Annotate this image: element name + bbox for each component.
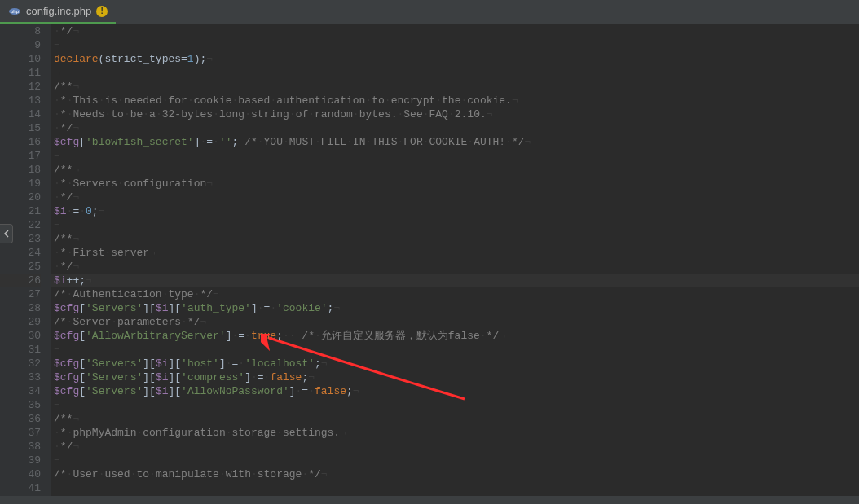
line-number: 33 — [0, 370, 41, 384]
php-file-icon: php — [8, 5, 21, 18]
code-line[interactable]: /*·Authentication·type·*/¬ — [54, 287, 859, 301]
code-line[interactable]: $cfg['Servers'][$i]['compress']·=·false;… — [54, 370, 859, 384]
line-number: 40 — [0, 467, 41, 481]
code-line[interactable]: /*·User·used·to·manipulate·with·storage·… — [54, 467, 859, 481]
line-number: 25 — [0, 260, 41, 274]
code-line[interactable]: ·*/¬ — [54, 24, 859, 38]
code-content[interactable]: ·*/¬¬declare(strict_types=1);¬¬/**¬·*·Th… — [51, 24, 859, 496]
editor[interactable]: 8910111213141516171819202122232425262728… — [0, 24, 859, 496]
line-number: 20 — [0, 191, 41, 204]
code-line[interactable]: /*·Server·parameters·*/¬ — [54, 315, 859, 329]
code-line[interactable]: $i·=·0;¬ — [54, 204, 859, 218]
line-number: 10 — [0, 52, 41, 66]
code-line[interactable]: /**¬ — [54, 80, 859, 94]
code-line[interactable]: ·*/¬ — [54, 121, 859, 135]
line-number: 21 — [0, 204, 41, 218]
code-line[interactable]: $cfg['AllowArbitraryServer']·=·true;·· /… — [54, 329, 859, 343]
line-number: 30 — [0, 329, 41, 343]
code-line[interactable]: ·*·Needs·to·be·a·32-bytes·long·string·of… — [54, 107, 859, 121]
line-number: 41 — [0, 481, 41, 495]
code-line[interactable]: declare(strict_types=1);¬ — [54, 52, 859, 66]
code-line[interactable]: ¬ — [54, 66, 859, 80]
tab-filename: config.inc.php — [26, 5, 91, 17]
code-line[interactable]: /**¬ — [54, 232, 859, 246]
line-number: 15 — [0, 121, 41, 135]
line-number: 24 — [0, 246, 41, 260]
code-line[interactable]: ·*·Servers·configuration¬ — [54, 177, 859, 191]
line-number: 18 — [0, 163, 41, 177]
line-number: 32 — [0, 357, 41, 370]
editor-tab[interactable]: php config.inc.php ! — [0, 0, 116, 24]
code-line[interactable]: ·*/¬ — [54, 260, 859, 274]
code-line[interactable]: ·*·phpMyAdmin·configuration·storage·sett… — [54, 426, 859, 440]
line-number: 38 — [0, 440, 41, 454]
code-line[interactable]: ·*·This·is·needed·for·cookie·based·authe… — [54, 94, 859, 107]
line-number: 35 — [0, 398, 41, 412]
code-line[interactable]: ¬ — [54, 398, 859, 412]
code-line[interactable]: /**¬ — [54, 412, 859, 426]
code-line[interactable]: $cfg['Servers'][$i]['AllowNoPassword']·=… — [54, 384, 859, 398]
code-line[interactable]: ·*·First·server¬ — [54, 246, 859, 260]
code-line[interactable]: $cfg['blowfish_secret']·=·''; /*·YOU·MUS… — [54, 135, 859, 149]
line-number: 36 — [0, 412, 41, 426]
line-number: 19 — [0, 177, 41, 191]
code-line[interactable]: $cfg['Servers'][$i]['host']·=·'localhost… — [54, 357, 859, 370]
warning-icon: ! — [96, 6, 108, 17]
line-number: 12 — [0, 80, 41, 94]
code-line[interactable]: ·*/¬ — [54, 440, 859, 454]
line-number: 9 — [0, 38, 41, 52]
code-line[interactable]: /**¬ — [54, 163, 859, 177]
line-number: 28 — [0, 301, 41, 315]
line-number: 31 — [0, 343, 41, 357]
svg-text:php: php — [11, 9, 20, 14]
line-number: 8 — [0, 24, 41, 38]
line-number: 39 — [0, 454, 41, 467]
line-number: 26 — [0, 274, 41, 287]
code-line[interactable] — [54, 481, 859, 495]
code-line[interactable]: ¬ — [54, 149, 859, 163]
code-line[interactable]: $cfg['Servers'][$i]['auth_type']·=·'cook… — [54, 301, 859, 315]
line-number: 29 — [0, 315, 41, 329]
horizontal-scrollbar[interactable] — [0, 496, 859, 504]
line-number: 17 — [0, 149, 41, 163]
line-number: 16 — [0, 135, 41, 149]
code-line[interactable]: ¬ — [54, 454, 859, 467]
code-line[interactable]: ¬ — [54, 343, 859, 357]
line-number: 37 — [0, 426, 41, 440]
side-panel-handle[interactable] — [0, 224, 13, 243]
line-number: 14 — [0, 107, 41, 121]
code-line[interactable]: $i++;¬ — [54, 274, 859, 287]
line-number: 13 — [0, 94, 41, 107]
line-number: 34 — [0, 384, 41, 398]
code-line[interactable]: ·*/¬ — [54, 191, 859, 204]
code-line[interactable]: ¬ — [54, 218, 859, 232]
line-number-gutter: 8910111213141516171819202122232425262728… — [0, 24, 51, 496]
tab-bar: php config.inc.php ! — [0, 0, 859, 24]
line-number: 11 — [0, 66, 41, 80]
code-line[interactable]: ¬ — [54, 38, 859, 52]
line-number: 27 — [0, 287, 41, 301]
